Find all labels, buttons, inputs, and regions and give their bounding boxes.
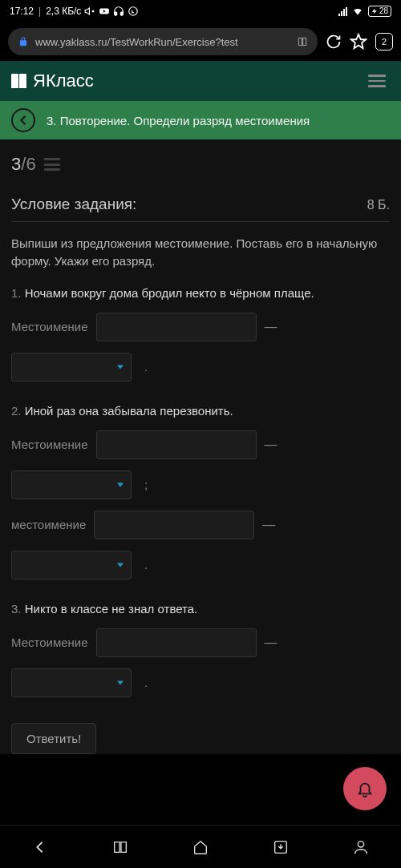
exercise-content: 3/6 Условие задания: 8 Б. Выпиши из пред… (0, 139, 401, 754)
question-1: 1. Ночами вокруг дома бродил некто в чёр… (11, 286, 390, 382)
progress-counter: 3/6 (11, 154, 36, 175)
nav-back[interactable] (22, 830, 58, 865)
pronoun-input-3[interactable] (96, 628, 257, 657)
nav-downloads[interactable] (263, 830, 298, 865)
menu-button[interactable] (364, 71, 390, 91)
status-net-speed: 2,3 КБ/с (46, 6, 81, 17)
exercise-sub-header: 3. Повторение. Определи разряд местоимен… (0, 101, 401, 139)
youtube-icon (99, 6, 110, 17)
pronoun-label: Местоимение (11, 438, 88, 451)
refresh-icon[interactable] (326, 34, 342, 50)
pronoun-label-lower: местоимение (11, 518, 86, 531)
tab-count[interactable]: 2 (375, 33, 393, 50)
category-select-2b[interactable] (11, 551, 132, 579)
logo-books-icon (11, 74, 26, 88)
lock-icon (18, 36, 29, 47)
nav-home[interactable] (183, 830, 218, 865)
submit-button[interactable]: Ответить! (11, 723, 96, 754)
category-select-1[interactable] (11, 353, 132, 382)
wifi-icon (352, 6, 363, 17)
instruction-text: Выпиши из предложения местоимение. Поста… (11, 235, 390, 270)
points-value: 8 Б. (367, 198, 390, 212)
headphones-icon (113, 6, 124, 17)
question-3: 3. Никто в классе не знал ответа. Местои… (11, 602, 390, 697)
svg-point-1 (129, 7, 138, 16)
pronoun-input-2b[interactable] (94, 511, 254, 539)
exercise-title: 3. Повторение. Определи разряд местоимен… (47, 114, 310, 127)
notifications-fab[interactable] (343, 767, 387, 810)
app-header: ЯКласс (0, 61, 401, 101)
status-time: 17:12 (10, 6, 34, 17)
nav-profile[interactable] (343, 830, 379, 865)
mute-icon (84, 6, 95, 17)
browser-toolbar: www.yaklass.ru/TestWorkRun/Exercise?test… (0, 22, 401, 61)
star-icon[interactable] (350, 33, 367, 50)
app-logo[interactable]: ЯКласс (11, 71, 94, 91)
android-status-bar: 17:12 | 2,3 КБ/с 28 (0, 0, 401, 22)
task-list-icon[interactable] (44, 158, 60, 171)
pronoun-label: Местоимение (11, 636, 88, 649)
whatsapp-icon (128, 6, 139, 17)
url-text: www.yaklass.ru/TestWorkRun/Exercise?test (35, 36, 290, 48)
pronoun-label: Местоимение (11, 320, 88, 333)
browser-bottom-nav (0, 825, 401, 868)
condition-title: Условие задания: (11, 196, 136, 213)
question-2: 2. Иной раз она забывала перезвонить. Ме… (11, 404, 390, 579)
signal-icon (338, 7, 347, 16)
nav-reader[interactable] (103, 830, 138, 865)
battery-indicator: 28 (368, 6, 391, 17)
reader-icon[interactable] (297, 36, 308, 47)
category-select-3[interactable] (11, 668, 132, 697)
url-bar[interactable]: www.yaklass.ru/TestWorkRun/Exercise?test (8, 28, 318, 55)
category-select-2a[interactable] (11, 470, 132, 499)
svg-point-3 (358, 841, 363, 846)
pronoun-input-2a[interactable] (96, 430, 257, 459)
back-button[interactable] (11, 108, 35, 132)
pronoun-input-1[interactable] (96, 313, 257, 341)
